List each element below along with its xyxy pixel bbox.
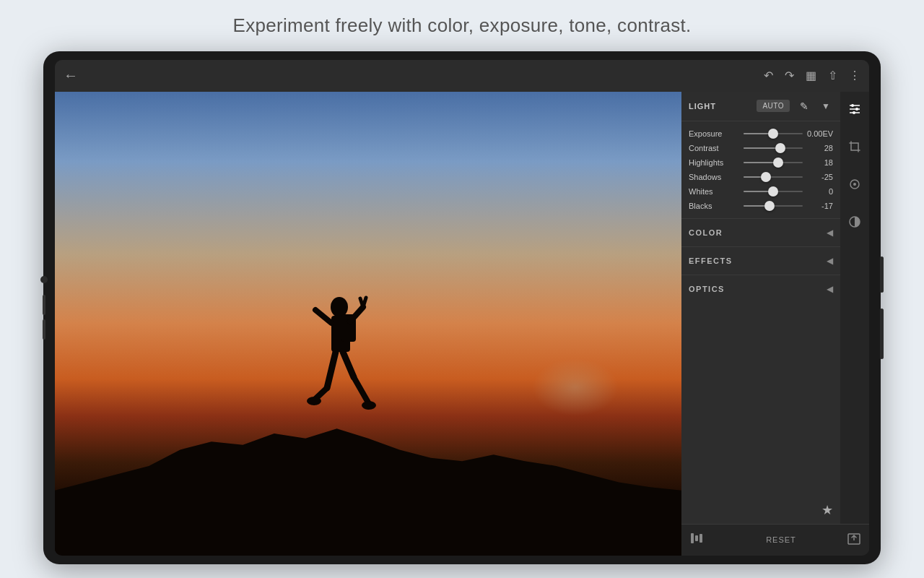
exposure-slider[interactable] xyxy=(744,129,803,139)
more-icon[interactable]: ⋮ xyxy=(849,69,860,82)
light-section-header: LIGHT AUTO ✎ ▼ xyxy=(681,92,840,121)
volume-up-button xyxy=(43,295,45,315)
svg-point-0 xyxy=(331,297,348,317)
effects-label: EFFECTS xyxy=(689,256,827,265)
svg-line-10 xyxy=(354,377,368,402)
svg-point-17 xyxy=(853,183,856,186)
blacks-slider[interactable] xyxy=(744,201,803,211)
light-label: LIGHT xyxy=(689,102,751,111)
side-tools-panel xyxy=(840,92,869,524)
color-label: COLOR xyxy=(689,228,827,237)
volume-down-button xyxy=(43,319,45,340)
person-silhouette xyxy=(300,294,379,453)
top-bar-right: ↶ ↷ ▦ ⇧ ⋮ xyxy=(764,69,860,82)
svg-point-14 xyxy=(855,108,858,111)
dust-cloud xyxy=(532,358,619,416)
highlights-row: Highlights 18 xyxy=(689,158,833,168)
svg-rect-19 xyxy=(691,533,694,543)
adjustment-panel: LIGHT AUTO ✎ ▼ Exposure xyxy=(681,92,840,524)
back-button[interactable]: ← xyxy=(64,67,78,84)
contrast-label: Contrast xyxy=(689,144,739,152)
adjust-tool-icon[interactable] xyxy=(843,98,866,121)
healing-tool-icon[interactable] xyxy=(843,173,866,196)
photo-area xyxy=(55,92,681,556)
tablet-screen: ← ↶ ↷ ▦ ⇧ ⋮ xyxy=(55,60,869,556)
svg-rect-20 xyxy=(695,535,698,541)
optics-arrow-icon: ◀ xyxy=(827,284,833,294)
exposure-value: 0.00EV xyxy=(807,129,833,138)
whites-row: Whites 0 xyxy=(689,186,833,197)
camera-button xyxy=(40,276,48,283)
sliders-section: Exposure 0.00EV xyxy=(681,121,840,218)
contrast-slider[interactable] xyxy=(744,143,803,153)
share-icon[interactable]: ⇧ xyxy=(828,69,837,82)
tablet-frame: ← ↶ ↷ ▦ ⇧ ⋮ xyxy=(43,51,881,564)
contrast-row: Contrast 28 xyxy=(689,143,833,153)
svg-line-7 xyxy=(327,352,336,388)
whites-slider[interactable] xyxy=(744,186,803,197)
color-section[interactable]: COLOR ◀ xyxy=(681,218,840,246)
export-icon[interactable] xyxy=(847,533,860,547)
usb-port xyxy=(880,309,884,359)
blacks-value: -17 xyxy=(807,202,833,210)
svg-point-12 xyxy=(307,397,321,405)
page-title: Experiment freely with color, exposure, … xyxy=(232,14,691,37)
top-bar-left: ← xyxy=(64,67,78,84)
undo-icon[interactable]: ↶ xyxy=(764,69,773,82)
exposure-row: Exposure 0.00EV xyxy=(689,129,833,139)
curve-icon[interactable]: ✎ xyxy=(796,98,813,115)
panel-spacer xyxy=(681,303,840,496)
optics-label: OPTICS xyxy=(689,285,827,293)
effects-arrow-icon: ◀ xyxy=(827,256,833,266)
auto-button[interactable]: AUTO xyxy=(757,100,790,112)
svg-line-3 xyxy=(315,310,331,323)
dropdown-icon[interactable]: ▼ xyxy=(819,99,833,113)
blacks-label: Blacks xyxy=(689,202,739,210)
top-bar: ← ↶ ↷ ▦ ⇧ ⋮ xyxy=(55,60,869,92)
whites-value: 0 xyxy=(807,187,833,196)
shadows-value: -25 xyxy=(807,173,833,181)
mask-tool-icon[interactable] xyxy=(843,210,866,233)
svg-point-11 xyxy=(362,401,376,410)
color-arrow-icon: ◀ xyxy=(827,228,833,238)
star-icon[interactable]: ★ xyxy=(821,502,833,518)
highlights-slider[interactable] xyxy=(744,158,803,168)
svg-line-9 xyxy=(343,352,354,377)
blacks-row: Blacks -17 xyxy=(689,201,833,211)
photo-canvas xyxy=(55,92,681,556)
tablet-left-buttons xyxy=(40,276,48,340)
optics-section[interactable]: OPTICS ◀ xyxy=(681,275,840,303)
presets-icon[interactable] xyxy=(690,532,703,547)
svg-rect-21 xyxy=(699,534,702,543)
right-panel-wrapper: LIGHT AUTO ✎ ▼ Exposure xyxy=(681,92,869,556)
tablet-right-buttons xyxy=(880,256,884,359)
redo-icon[interactable]: ↷ xyxy=(785,69,794,82)
effects-section[interactable]: EFFECTS ◀ xyxy=(681,246,840,275)
compare-icon[interactable]: ▦ xyxy=(806,69,816,82)
power-button xyxy=(880,256,884,293)
exposure-label: Exposure xyxy=(689,129,739,138)
crop-tool-icon[interactable] xyxy=(843,135,866,158)
highlights-value: 18 xyxy=(807,158,833,167)
bottom-toolbar: RESET xyxy=(681,524,869,556)
svg-point-13 xyxy=(851,104,854,107)
shadows-label: Shadows xyxy=(689,173,739,181)
shadows-slider[interactable] xyxy=(744,172,803,182)
shadows-row: Shadows -25 xyxy=(689,172,833,182)
main-content: LIGHT AUTO ✎ ▼ Exposure xyxy=(55,92,869,556)
highlights-label: Highlights xyxy=(689,158,739,167)
whites-label: Whites xyxy=(689,187,739,196)
panel-inner: LIGHT AUTO ✎ ▼ Exposure xyxy=(681,92,869,524)
svg-point-15 xyxy=(853,111,855,114)
reset-button[interactable]: RESET xyxy=(715,535,847,544)
star-section: ★ xyxy=(681,496,840,524)
contrast-value: 28 xyxy=(807,144,833,152)
